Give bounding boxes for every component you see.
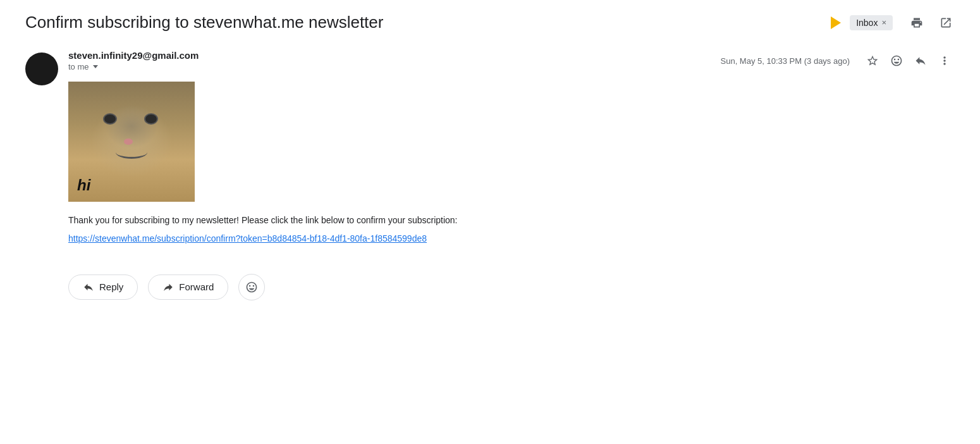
reply-btn-icon: [83, 281, 94, 293]
to-me-dropdown[interactable]: to me: [68, 62, 199, 71]
reply-header-button[interactable]: [910, 51, 931, 71]
print-icon: [910, 16, 923, 29]
open-in-new-icon: [940, 16, 952, 29]
forward-label: Forward: [179, 281, 214, 292]
action-icons: [862, 51, 955, 71]
to-me-label: to me: [68, 62, 89, 71]
reply-icon: [914, 54, 927, 67]
reply-button[interactable]: Reply: [68, 274, 138, 300]
arrow-right-icon: [831, 16, 841, 29]
email-body: hi Thank you for subscribing to my newsl…: [68, 82, 955, 244]
email-header: Confirm subscribing to stevenwhat.me new…: [25, 13, 955, 32]
cat-mouth: [116, 146, 147, 159]
sender-info: steven.infinity29@gmail.com to me: [68, 50, 199, 71]
reply-section: Reply Forward: [68, 274, 955, 300]
reply-label: Reply: [99, 281, 123, 292]
open-in-new-button[interactable]: [937, 14, 955, 32]
forward-btn-icon: [162, 281, 174, 293]
forward-button[interactable]: Forward: [148, 274, 228, 300]
more-vert-icon: [938, 54, 951, 67]
star-icon: [866, 54, 879, 67]
sender-name: steven.infinity29@gmail.com: [68, 50, 199, 61]
email-paragraph: Thank you for subscribing to my newslett…: [68, 213, 955, 228]
emoji-reaction-button[interactable]: [886, 51, 907, 71]
emoji-react-bottom-button[interactable]: [238, 274, 265, 300]
star-button[interactable]: [862, 51, 883, 71]
email-container: Confirm subscribing to stevenwhat.me new…: [0, 0, 980, 326]
inbox-label: Inbox: [856, 18, 878, 28]
emoji-icon: [890, 54, 903, 67]
sender-line: steven.infinity29@gmail.com to me Sun, M…: [68, 50, 955, 71]
sender-avatar: [25, 52, 58, 85]
cat-nose: [124, 139, 133, 145]
cat-hi-text: hi: [77, 176, 90, 194]
email-timestamp: Sun, May 5, 10:33 PM (3 days ago): [721, 56, 850, 66]
message-row: steven.infinity29@gmail.com to me Sun, M…: [25, 50, 955, 300]
message-main: steven.infinity29@gmail.com to me Sun, M…: [68, 50, 955, 300]
confirmation-link[interactable]: https://stevenwhat.me/subscription/confi…: [68, 233, 427, 244]
inbox-badge-close[interactable]: ×: [881, 18, 886, 27]
email-subject: Confirm subscribing to stevenwhat.me new…: [25, 13, 819, 32]
inbox-badge: Inbox ×: [850, 15, 893, 30]
cat-eye-right: [144, 113, 158, 125]
chevron-down-icon: [93, 65, 98, 68]
cat-image: hi: [68, 82, 195, 202]
header-actions: [908, 14, 955, 32]
print-button[interactable]: [908, 14, 926, 32]
cat-eye-left: [103, 113, 117, 125]
sender-actions: Sun, May 5, 10:33 PM (3 days ago): [721, 51, 955, 71]
more-options-button[interactable]: [934, 51, 955, 71]
emoji-bottom-icon: [245, 281, 258, 293]
